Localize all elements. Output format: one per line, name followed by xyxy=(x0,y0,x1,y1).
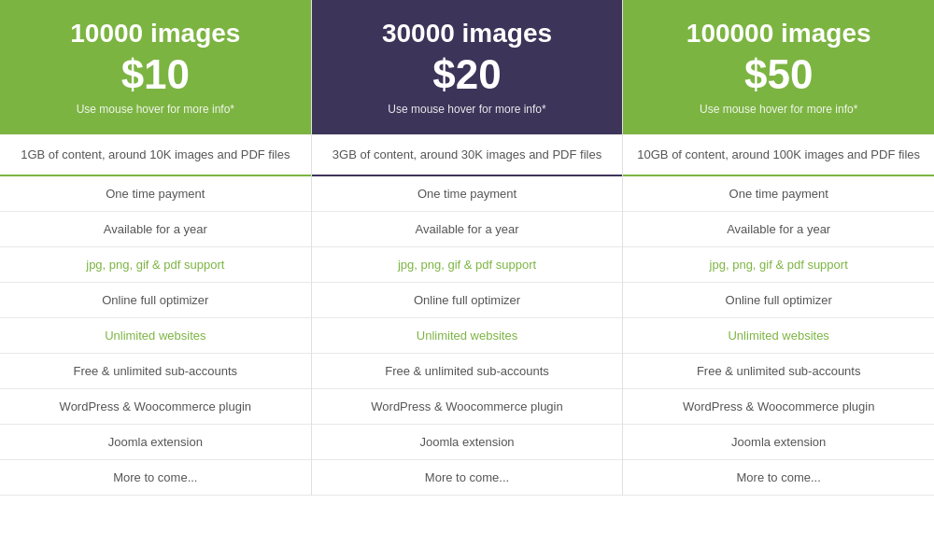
plan-price: $10 xyxy=(14,52,297,97)
plan-enterprise: 100000 images$50Use mouse hover for more… xyxy=(623,0,934,496)
feature-row: One time payment xyxy=(623,176,934,212)
feature-row: Unlimited websites xyxy=(312,318,623,354)
plan-storage-desc: 3GB of content, around 30K images and PD… xyxy=(312,134,623,176)
plan-images-label: 10000 images xyxy=(14,19,297,49)
feature-row: More to come... xyxy=(312,460,623,496)
plan-price: $50 xyxy=(637,52,920,97)
feature-row: More to come... xyxy=(0,460,311,496)
feature-row: jpg, png, gif & pdf support xyxy=(623,247,934,283)
plan-hover-text: Use mouse hover for more info* xyxy=(326,103,609,116)
plan-images-label: 30000 images xyxy=(326,19,609,49)
feature-row: Free & unlimited sub-accounts xyxy=(0,354,311,389)
feature-row: Available for a year xyxy=(623,212,934,247)
feature-row: Joomla extension xyxy=(312,425,623,460)
feature-row: Free & unlimited sub-accounts xyxy=(623,354,934,389)
feature-row: Online full optimizer xyxy=(312,283,623,318)
plan-storage-desc: 10GB of content, around 100K images and … xyxy=(623,134,934,176)
plan-features: One time paymentAvailable for a yearjpg,… xyxy=(312,176,623,496)
feature-row: Joomla extension xyxy=(0,425,311,460)
pricing-table: 10000 images$10Use mouse hover for more … xyxy=(0,0,934,496)
feature-row: One time payment xyxy=(312,176,623,212)
feature-row: Unlimited websites xyxy=(0,318,311,354)
plan-hover-text: Use mouse hover for more info* xyxy=(637,103,920,116)
feature-row: Unlimited websites xyxy=(623,318,934,354)
feature-row: jpg, png, gif & pdf support xyxy=(312,247,623,283)
plan-images-label: 100000 images xyxy=(637,19,920,49)
plan-header-enterprise: 100000 images$50Use mouse hover for more… xyxy=(623,0,934,134)
plan-header-basic: 10000 images$10Use mouse hover for more … xyxy=(0,0,311,134)
plan-storage-desc: 1GB of content, around 10K images and PD… xyxy=(0,134,311,176)
feature-row: Joomla extension xyxy=(623,425,934,460)
feature-row: Available for a year xyxy=(312,212,623,247)
feature-row: Online full optimizer xyxy=(0,283,311,318)
feature-row: Free & unlimited sub-accounts xyxy=(312,354,623,389)
feature-row: Online full optimizer xyxy=(623,283,934,318)
feature-row: More to come... xyxy=(623,460,934,496)
feature-row: jpg, png, gif & pdf support xyxy=(0,247,311,283)
feature-row: WordPress & Woocommerce plugin xyxy=(623,389,934,425)
feature-row: WordPress & Woocommerce plugin xyxy=(0,389,311,425)
plan-price: $20 xyxy=(326,52,609,97)
feature-row: One time payment xyxy=(0,176,311,212)
plan-hover-text: Use mouse hover for more info* xyxy=(14,103,297,116)
feature-row: WordPress & Woocommerce plugin xyxy=(312,389,623,425)
plan-basic: 10000 images$10Use mouse hover for more … xyxy=(0,0,312,496)
plan-features: One time paymentAvailable for a yearjpg,… xyxy=(0,176,311,496)
plan-header-pro: 30000 images$20Use mouse hover for more … xyxy=(312,0,623,134)
plan-pro: 30000 images$20Use mouse hover for more … xyxy=(312,0,624,496)
plan-features: One time paymentAvailable for a yearjpg,… xyxy=(623,176,934,496)
feature-row: Available for a year xyxy=(0,212,311,247)
